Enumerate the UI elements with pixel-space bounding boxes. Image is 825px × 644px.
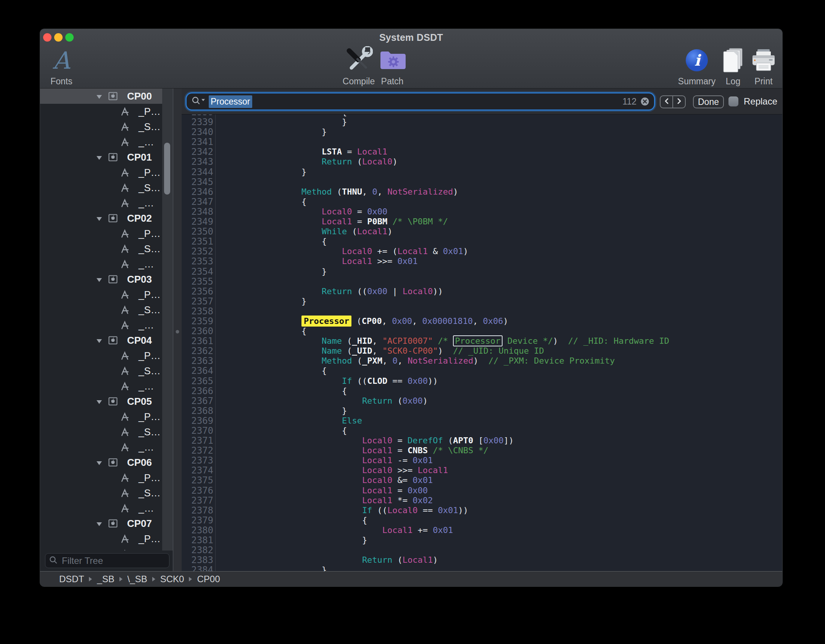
tree-child-item[interactable]: _S… (40, 302, 173, 317)
code-editor[interactable]: 2338233923402341234223432344234523462347… (182, 114, 782, 571)
code-line: { (221, 237, 782, 246)
find-match-count: 112 (622, 97, 636, 107)
tree-child-item[interactable]: _P… (40, 348, 173, 363)
tree-item-CP05[interactable]: CP05 (40, 394, 173, 409)
method-icon (119, 137, 130, 149)
code-line: Method (THNU, 0, NotSerialized) (221, 187, 782, 197)
code-line: Local1 *= 0x02 (221, 496, 782, 506)
find-next-button[interactable] (673, 96, 685, 108)
code-line: } (221, 167, 782, 177)
line-number: 2339 (182, 117, 215, 127)
tree-item-CP00[interactable]: CP00 (40, 89, 173, 104)
tree-item-CP04[interactable]: CP04 (40, 333, 173, 348)
tree-child-item[interactable]: _P… (40, 531, 173, 546)
breadcrumb-item[interactable]: CP00 (197, 574, 220, 584)
tree-child-item[interactable]: _S… (40, 485, 173, 501)
disclosure-triangle-icon[interactable] (96, 277, 102, 284)
tree-child-item[interactable]: _S… (40, 424, 173, 440)
find-input[interactable]: Processor 112 (187, 93, 654, 109)
patch-folder-icon (379, 49, 406, 73)
tree-child-item[interactable]: _… (40, 256, 173, 272)
disclosure-triangle-icon[interactable] (96, 216, 102, 223)
tree-child-item[interactable]: _… (40, 134, 173, 150)
breadcrumb-separator-icon (119, 577, 122, 581)
find-match-current: Processor (453, 335, 502, 346)
code-line: While (Local1) (221, 227, 782, 237)
tree-item-label: CP06 (127, 457, 152, 469)
disclosure-triangle-icon[interactable] (96, 338, 102, 345)
done-button[interactable]: Done (693, 95, 724, 108)
code-line: { (221, 114, 782, 117)
code-line: LSTA = Local1 (221, 147, 782, 157)
search-menu-icon[interactable] (191, 96, 206, 107)
tree-item-CP02[interactable]: CP02 (40, 211, 173, 226)
filter-tree-input[interactable] (61, 555, 166, 567)
pane-splitter[interactable] (173, 89, 182, 571)
tree-child-item[interactable]: _… (40, 378, 173, 394)
code-line: } (221, 267, 782, 277)
tree-item-label: CP02 (127, 213, 152, 224)
search-icon (49, 555, 58, 566)
tree-child-item[interactable]: _S… (40, 546, 173, 551)
method-icon (119, 122, 130, 134)
method-icon (119, 503, 130, 515)
code-line: Local1 -= 0x01 (221, 456, 782, 465)
window-title: System DSDT (40, 32, 782, 43)
main-content: CP00_P…_S…_…CP01_P…_S…_…CP02_P…_S…_…CP03… (40, 89, 782, 571)
fonts-label: Fonts (50, 76, 73, 87)
disclosure-triangle-icon[interactable] (96, 399, 102, 406)
tree-child-item[interactable]: _P… (40, 470, 173, 485)
tree-child-item[interactable]: _P… (40, 226, 173, 241)
tree-child-label: _S… (139, 243, 161, 255)
sidebar: CP00_P…_S…_…CP01_P…_S…_…CP02_P…_S…_…CP03… (40, 89, 173, 571)
clear-search-icon[interactable] (640, 97, 649, 106)
tree-child-item[interactable]: _… (40, 440, 173, 455)
tree-child-label: _P… (139, 289, 161, 301)
breadcrumb-item[interactable]: \_SB (127, 574, 147, 584)
line-number: 2371 (182, 436, 215, 446)
code-line: Local1 += 0x01 (221, 525, 782, 535)
line-number: 2346 (182, 187, 215, 197)
replace-checkbox[interactable] (728, 97, 738, 106)
line-number: 2381 (182, 535, 215, 545)
tree-child-item[interactable]: _S… (40, 180, 173, 195)
tree-child-item[interactable]: _P… (40, 287, 173, 302)
line-number: 2360 (182, 326, 215, 336)
tree-child-item[interactable]: _… (40, 317, 173, 333)
disclosure-triangle-icon[interactable] (96, 94, 102, 101)
tree-item-CP03[interactable]: CP03 (40, 272, 173, 287)
tree-child-item[interactable]: _… (40, 195, 173, 211)
tree-item-CP01[interactable]: CP01 (40, 150, 173, 165)
tree-child-label: _P… (139, 167, 161, 179)
editor-pane: Processor 112 Done Replace (182, 89, 782, 571)
filter-tree-field[interactable] (45, 553, 169, 568)
tree-item-CP06[interactable]: CP06 (40, 455, 173, 470)
code-line: If ((CLOD == 0x00)) (221, 376, 782, 386)
tree-child-item[interactable]: _S… (40, 119, 173, 134)
tree-child-item[interactable]: _P… (40, 409, 173, 424)
find-previous-button[interactable] (661, 96, 673, 108)
tree-child-item[interactable]: _P… (40, 165, 173, 180)
patch-button[interactable]: Patch (364, 47, 421, 87)
breadcrumb-item[interactable]: DSDT (59, 574, 84, 584)
chevron-right-icon (676, 97, 682, 106)
code-line (221, 545, 782, 555)
print-button[interactable]: Print (735, 47, 782, 87)
fonts-button[interactable]: A Fonts (40, 47, 90, 87)
tree-child-item[interactable]: _P… (40, 104, 173, 119)
code-line: } (221, 127, 782, 137)
sidebar-scrollbar-thumb[interactable] (164, 143, 170, 195)
disclosure-triangle-icon[interactable] (96, 460, 102, 467)
breadcrumb-item[interactable]: _SB (97, 574, 114, 584)
filter-zone (40, 551, 173, 571)
tree-child-item[interactable]: _S… (40, 363, 173, 378)
breadcrumb-item[interactable]: SCK0 (160, 574, 184, 584)
disclosure-triangle-icon[interactable] (96, 521, 102, 528)
line-number: 2354 (182, 267, 215, 277)
tree-item-CP07[interactable]: CP07 (40, 516, 173, 531)
tree-child-item[interactable]: _… (40, 501, 173, 516)
disclosure-triangle-icon[interactable] (96, 155, 102, 162)
code-line: Local1 >>= 0x01 (221, 256, 782, 266)
tree-child-item[interactable]: _S… (40, 241, 173, 256)
method-icon (119, 366, 130, 378)
